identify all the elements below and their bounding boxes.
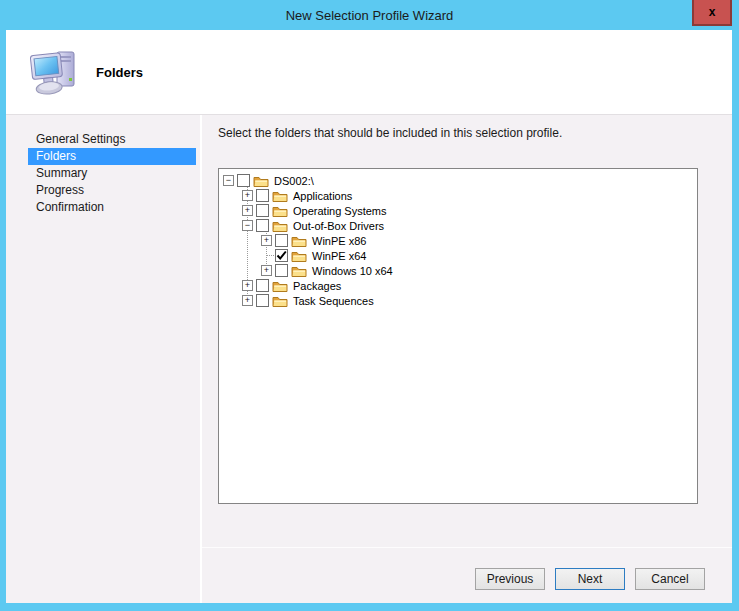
folder-checkbox[interactable] [256,219,269,232]
tree-node-label[interactable]: Operating Systems [293,205,387,217]
computer-icon [30,46,80,98]
folder-tree[interactable]: −DS002:\+Applications+Operating Systems−… [218,168,698,504]
cancel-button[interactable]: Cancel [635,568,705,590]
titlebar: New Selection Profile Wizard x [0,0,739,30]
tree-row-winpe-x64: WinPE x64 [219,248,697,263]
tree-row-task-sequences: +Task Sequences [219,293,697,308]
wizard-body: General SettingsFoldersSummaryProgressCo… [6,115,732,603]
folder-icon [272,204,288,217]
tree-node-label[interactable]: Packages [293,280,341,292]
tree-row-applications: +Applications [219,188,697,203]
folder-icon [272,294,288,307]
tree-row-out-of-box-drivers: −Out-of-Box Drivers [219,218,697,233]
tree-node-label[interactable]: Applications [293,190,352,202]
tree-row-operating-systems: +Operating Systems [219,203,697,218]
wizard-header: Folders [6,30,732,115]
tree-node-label[interactable]: WinPE x86 [312,235,366,247]
folder-icon [291,249,307,262]
folder-checkbox[interactable] [256,204,269,217]
button-bar: PreviousNextCancel [475,568,705,590]
client-area: Folders General SettingsFoldersSummaryPr… [6,30,732,603]
folder-icon [291,234,307,247]
folder-icon [272,279,288,292]
tree-row-packages: +Packages [219,278,697,293]
tree-row-ds002: −DS002:\ [219,173,697,188]
folder-icon [253,174,269,187]
tree-node-label[interactable]: Out-of-Box Drivers [293,220,384,232]
expand-expander-icon[interactable]: + [261,235,272,246]
expand-expander-icon[interactable]: + [242,295,253,306]
folder-checkbox[interactable] [275,264,288,277]
sidebar-item-summary[interactable]: Summary [28,165,196,182]
page-title: Folders [96,30,143,115]
collapse-expander-icon[interactable]: − [223,175,234,186]
instruction-text: Select the folders that should be includ… [218,126,562,140]
sidebar-item-confirmation[interactable]: Confirmation [28,199,196,216]
sidebar-item-folders[interactable]: Folders [28,148,196,165]
main-panel: Select the folders that should be includ… [202,115,732,603]
expand-expander-icon[interactable]: + [242,190,253,201]
folder-icon [291,264,307,277]
folder-icon [272,219,288,232]
folder-checkbox[interactable] [275,234,288,247]
tree-indent-spacer [261,250,272,261]
folder-icon [272,189,288,202]
footer-divider [202,547,732,548]
folder-checkbox[interactable] [256,279,269,292]
tree-rows: −DS002:\+Applications+Operating Systems−… [219,169,697,308]
sidebar-nav: General SettingsFoldersSummaryProgressCo… [6,115,200,603]
collapse-expander-icon[interactable]: − [242,220,253,231]
wizard-window: New Selection Profile Wizard x [0,0,739,611]
sidebar-item-general-settings[interactable]: General Settings [28,131,196,148]
expand-expander-icon[interactable]: + [242,280,253,291]
previous-button[interactable]: Previous [475,568,545,590]
tree-row-windows-10-x64: +Windows 10 x64 [219,263,697,278]
folder-checkbox-checked[interactable] [275,249,288,262]
sidebar-item-progress[interactable]: Progress [28,182,196,199]
tree-row-winpe-x86: +WinPE x86 [219,233,697,248]
expand-expander-icon[interactable]: + [242,205,253,216]
folder-checkbox[interactable] [256,189,269,202]
tree-node-label[interactable]: Task Sequences [293,295,374,307]
folder-checkbox[interactable] [256,294,269,307]
close-button[interactable]: x [692,0,732,26]
tree-node-label[interactable]: Windows 10 x64 [312,265,393,277]
folder-checkbox[interactable] [237,174,250,187]
tree-node-label[interactable]: WinPE x64 [312,250,366,262]
tree-node-label[interactable]: DS002:\ [274,175,314,187]
expand-expander-icon[interactable]: + [261,265,272,276]
next-button[interactable]: Next [555,568,625,590]
close-icon: x [709,5,716,19]
window-title: New Selection Profile Wizard [286,8,454,23]
